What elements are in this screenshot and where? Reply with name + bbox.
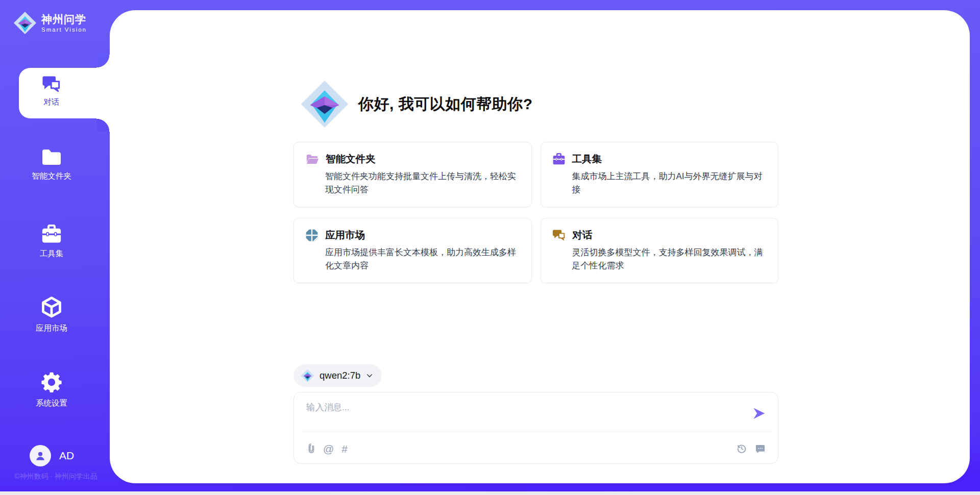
sidebar-item-toolset[interactable]: 工具集 [0,225,103,259]
sidebar-item-label: 系统设置 [0,398,103,409]
sidebar-item-smart-folder[interactable]: 智能文件夹 [0,148,103,182]
folder-open-icon [305,153,319,165]
model-logo-icon [301,369,314,383]
brand-name: 神州问学 [41,13,87,25]
user-account[interactable]: AD [30,445,74,466]
send-icon[interactable] [751,406,767,421]
card-description: 应用市场提供丰富长文本模板，助力高效生成多样化文章内容 [325,246,520,272]
active-nav-corner-top [96,55,110,68]
card-smart-folder[interactable]: 智能文件夹 智能文件夹功能支持批量文件上传与清洗，轻松实现文件问答 [293,142,532,207]
toolbox-icon [552,153,566,165]
attachment-icon[interactable] [306,443,315,454]
brand: 神州问学 Smart Vision [13,11,87,35]
sidebar-item-settings[interactable]: 系统设置 [0,371,103,409]
chat-icon [552,229,566,241]
assistant-logo-icon [300,80,349,129]
card-title: 应用市场 [325,228,365,242]
gear-icon [40,371,63,393]
chevron-down-icon [365,372,374,380]
sidebar-item-label: 应用市场 [0,323,103,334]
card-title: 智能文件夹 [326,152,376,166]
card-description: 集成市场上主流工具，助力AI与外界无缝扩展与对接 [572,170,767,196]
message-input[interactable] [294,392,778,429]
toolbox-icon [41,225,62,244]
person-icon [34,449,47,462]
greeting: 你好, 我可以如何帮助你? [300,80,533,129]
feature-cards: 智能文件夹 智能文件夹功能支持批量文件上传与清洗，轻松实现文件问答 工具集 集成… [293,142,778,283]
message-composer: @ # [293,392,778,464]
chat-bubble-icon[interactable] [755,443,766,454]
sidebar: 神州问学 Smart Vision 对话 智能文件夹 [0,0,110,495]
greeting-text: 你好, 我可以如何帮助你? [358,94,533,115]
grid-tiles-icon [305,229,318,242]
card-description: 灵活切换多模型文件，支持多样回复效果调试，满足个性化需求 [572,246,767,272]
cube-icon [40,296,63,318]
composer-divider [301,432,771,432]
sidebar-item-app-market[interactable]: 应用市场 [0,296,103,334]
history-icon[interactable] [736,443,747,454]
active-nav-corner-bottom [96,118,110,132]
brand-subtitle: Smart Vision [41,27,87,33]
mention-icon[interactable]: @ [323,443,334,454]
avatar [30,445,51,466]
card-chat[interactable]: 对话 灵活切换多模型文件，支持多样回复效果调试，满足个性化需求 [541,218,779,283]
app-window: 神州问学 Smart Vision 对话 智能文件夹 [0,0,980,495]
model-selector[interactable]: qwen2:7b [293,364,382,387]
sidebar-item-chat[interactable]: 对话 [0,75,103,108]
hashtag-icon[interactable]: # [341,443,348,454]
card-app-market[interactable]: 应用市场 应用市场提供丰富长文本模板，助力高效生成多样化文章内容 [293,218,532,283]
window-bottom-edge [0,491,980,495]
sidebar-footer-text: ©神州数码 · 神州问学出品 [14,472,97,481]
folder-icon [41,148,62,166]
brand-logo-icon [13,11,37,35]
composer-toolbar: @ # [306,439,766,458]
card-toolset[interactable]: 工具集 集成市场上主流工具，助力AI与外界无缝扩展与对接 [541,142,779,207]
user-initials: AD [59,450,74,462]
sidebar-item-label: 智能文件夹 [0,171,103,182]
model-name: qwen2:7b [320,370,360,381]
chat-icon [42,75,61,92]
card-title: 工具集 [572,152,602,166]
card-description: 智能文件夹功能支持批量文件上传与清洗，轻松实现文件问答 [325,170,520,196]
sidebar-item-label: 工具集 [0,249,103,259]
sidebar-item-label: 对话 [0,97,103,108]
card-title: 对话 [573,228,593,242]
